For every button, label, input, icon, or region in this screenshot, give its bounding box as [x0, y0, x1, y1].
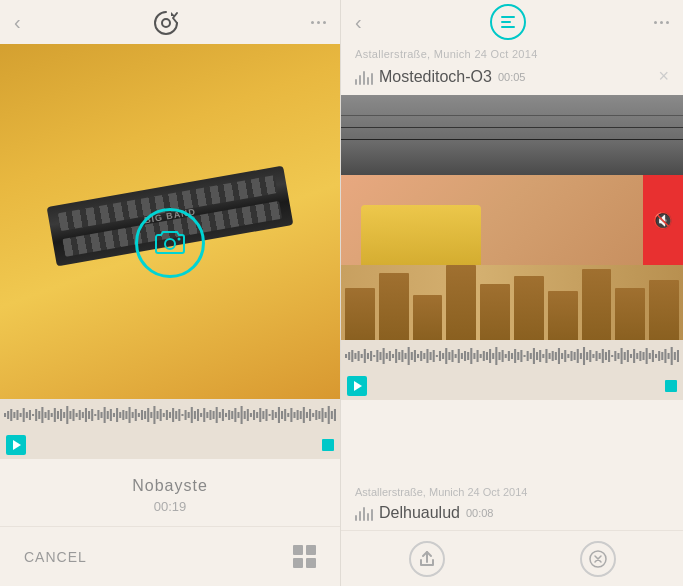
right-back-button[interactable]: ‹ — [355, 11, 362, 34]
menu-button[interactable] — [490, 4, 526, 40]
bottom-actions-right — [341, 530, 683, 586]
mute-icon: 🔇 — [653, 211, 673, 230]
grid-view-button[interactable] — [293, 545, 316, 568]
svg-rect-86 — [262, 411, 264, 419]
svg-rect-199 — [624, 352, 626, 360]
svg-rect-16 — [44, 412, 46, 418]
images-stack: 🔇 — [341, 95, 683, 340]
share-button[interactable] — [409, 541, 445, 577]
svg-rect-141 — [442, 353, 444, 359]
svg-rect-93 — [284, 409, 286, 421]
image-row-2[interactable]: 🔇 — [341, 175, 683, 265]
svg-rect-94 — [287, 413, 289, 417]
svg-rect-203 — [636, 353, 638, 359]
pipe-8 — [582, 269, 612, 340]
svg-rect-186 — [583, 347, 585, 365]
svg-rect-90 — [275, 412, 277, 418]
svg-rect-70 — [213, 411, 215, 419]
svg-rect-146 — [458, 349, 460, 363]
svg-rect-121 — [379, 352, 381, 360]
svg-rect-150 — [470, 348, 472, 364]
bar-4 — [367, 77, 369, 85]
grid-dot-4 — [306, 558, 316, 568]
bar-b-3 — [363, 507, 365, 521]
image-row-2-bg — [341, 175, 643, 265]
guitar-string-2 — [341, 139, 683, 140]
left-panel: ‹ BIG BAND — [0, 0, 341, 586]
right-more-options[interactable] — [654, 21, 669, 24]
back-button[interactable]: ‹ — [14, 11, 21, 34]
svg-rect-148 — [464, 351, 466, 361]
svg-rect-173 — [542, 354, 544, 358]
close-button[interactable]: × — [658, 66, 669, 87]
svg-rect-77 — [234, 408, 236, 422]
stop-button-right[interactable] — [665, 380, 677, 392]
svg-rect-152 — [477, 350, 479, 362]
bar-b-2 — [359, 511, 361, 521]
svg-rect-34 — [100, 412, 102, 418]
svg-rect-138 — [433, 350, 435, 362]
svg-rect-64 — [194, 411, 196, 419]
swap-camera-icon[interactable] — [151, 8, 181, 36]
bar-b-5 — [371, 509, 373, 521]
svg-rect-149 — [467, 352, 469, 360]
svg-rect-123 — [386, 353, 388, 359]
svg-rect-62 — [188, 412, 190, 418]
play-button-right[interactable] — [347, 376, 367, 396]
svg-rect-107 — [328, 406, 330, 424]
svg-rect-168 — [527, 351, 529, 361]
image-row-3[interactable] — [341, 265, 683, 340]
svg-point-0 — [162, 19, 170, 27]
bar-3 — [363, 71, 365, 85]
svg-rect-215 — [674, 352, 676, 360]
close-x-button[interactable] — [580, 541, 616, 577]
svg-rect-210 — [658, 351, 660, 361]
more-options[interactable] — [311, 21, 326, 24]
bar-5 — [371, 73, 373, 85]
track-duration-bottom: 00:08 — [466, 507, 494, 519]
track-header-bottom: Delhuaulud 00:08 — [341, 500, 683, 530]
track-title-bottom: Delhuaulud — [379, 504, 460, 522]
svg-rect-7 — [16, 410, 18, 420]
svg-rect-76 — [231, 411, 233, 419]
bar-2 — [359, 75, 361, 85]
svg-rect-198 — [621, 348, 623, 364]
stop-button-left[interactable] — [322, 439, 334, 451]
svg-rect-211 — [661, 352, 663, 360]
svg-rect-132 — [414, 350, 416, 362]
svg-rect-71 — [216, 407, 218, 423]
play-button-left[interactable] — [6, 435, 26, 455]
pipe-lines — [341, 265, 683, 340]
svg-rect-111 — [348, 352, 350, 360]
waveform-left: // Generated inline — actual bars drawn … — [0, 399, 340, 431]
svg-rect-5 — [10, 409, 12, 421]
svg-rect-36 — [107, 411, 109, 419]
pipe-7 — [548, 291, 578, 340]
cancel-button[interactable]: CANCEL — [24, 549, 87, 565]
pipe-10 — [649, 280, 679, 340]
camera-capture-button[interactable] — [135, 208, 205, 278]
mute-button[interactable]: 🔇 — [643, 175, 683, 265]
svg-rect-8 — [20, 413, 22, 417]
svg-rect-92 — [281, 411, 283, 419]
play-triangle-right-icon — [354, 381, 362, 391]
svg-rect-12 — [32, 414, 34, 416]
svg-rect-112 — [351, 350, 353, 362]
svg-rect-99 — [303, 407, 305, 423]
svg-rect-78 — [237, 412, 239, 418]
svg-rect-181 — [567, 354, 569, 358]
svg-rect-29 — [85, 408, 87, 422]
svg-rect-60 — [181, 414, 183, 416]
svg-rect-24 — [69, 411, 71, 419]
svg-rect-204 — [639, 351, 641, 361]
svg-rect-184 — [577, 349, 579, 363]
svg-rect-153 — [480, 354, 482, 358]
svg-rect-189 — [592, 354, 594, 358]
svg-rect-14 — [38, 411, 40, 419]
image-row-1[interactable] — [341, 95, 683, 175]
svg-rect-200 — [627, 350, 629, 362]
svg-rect-191 — [599, 353, 601, 359]
photo-area[interactable]: BIG BAND — [0, 44, 340, 399]
svg-rect-157 — [492, 353, 494, 359]
svg-rect-119 — [373, 355, 375, 357]
